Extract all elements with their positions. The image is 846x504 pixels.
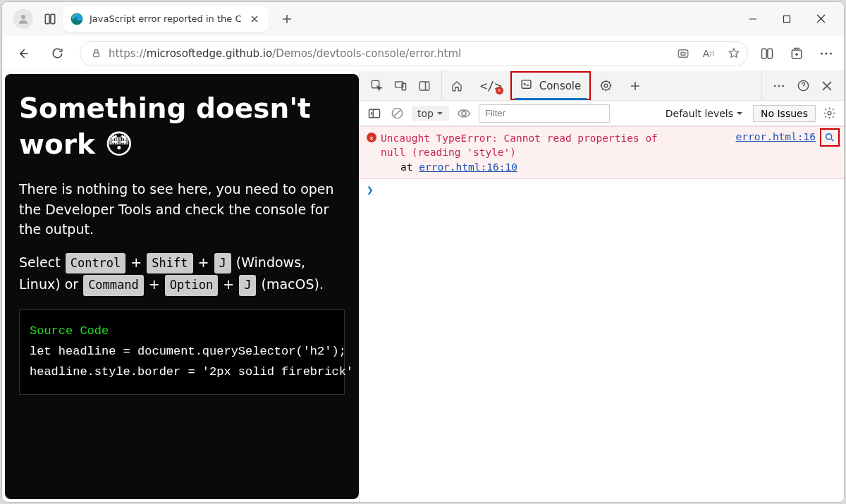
dock-side-icon[interactable]	[417, 79, 431, 93]
console-prompt[interactable]: ❯	[360, 179, 844, 201]
source-code-label: Source Code	[30, 321, 334, 342]
page-paragraph-2: Select Control + Shift + J (Windows, Lin…	[19, 252, 345, 297]
tab-welcome[interactable]	[442, 71, 472, 100]
refresh-button[interactable]	[46, 42, 68, 65]
toggle-sidebar-icon[interactable]	[367, 106, 382, 121]
tab-console-label: Console	[539, 80, 582, 92]
source-code-block: Source Code let headline = document.quer…	[19, 309, 345, 395]
error-message-text: Uncaught TypeError: Cannot read properti…	[381, 131, 658, 160]
kbd-j-2: J	[239, 275, 256, 296]
edge-favicon	[70, 12, 84, 26]
titlebar: JavaScript error reported in the C	[2, 2, 844, 36]
filter-input[interactable]	[479, 104, 610, 123]
tab-sources[interactable]	[591, 71, 621, 100]
devtools-tabs: </>× Console	[360, 71, 844, 101]
tab-console[interactable]: Console	[510, 71, 591, 100]
window-maximize-button[interactable]	[771, 6, 803, 32]
page-heading: Something doesn't work 😳	[19, 91, 345, 162]
kbd-shift: Shift	[147, 253, 192, 274]
elements-icon: </>×	[480, 79, 502, 93]
svg-rect-16	[402, 83, 406, 90]
svg-rect-18	[522, 80, 531, 88]
svg-rect-25	[369, 109, 380, 118]
svg-rect-6	[678, 49, 688, 57]
back-button[interactable]	[12, 42, 35, 65]
svg-point-12	[825, 52, 827, 54]
live-expression-icon[interactable]	[456, 106, 472, 121]
console-body: ✕ Uncaught TypeError: Cannot read proper…	[360, 126, 844, 502]
svg-point-28	[828, 111, 831, 115]
kbd-command: Command	[83, 275, 144, 296]
devtools-panel: </>× Console	[359, 71, 844, 502]
address-bar[interactable]: https://microsoftedge.github.io/Demos/de…	[80, 41, 748, 66]
stack-trace-link[interactable]: error.html:16:10	[419, 161, 517, 173]
error-indicator-icon: ×	[496, 87, 503, 94]
window-close-button[interactable]	[804, 6, 837, 32]
svg-point-22	[778, 85, 780, 87]
url-text: https://microsoftedge.github.io/Demos/de…	[109, 47, 670, 60]
devtools-more-icon[interactable]	[772, 79, 786, 93]
browser-window: JavaScript error reported in the C	[1, 1, 845, 503]
svg-rect-8	[762, 49, 767, 58]
favorites-star-icon[interactable]	[728, 47, 740, 60]
console-error-row: ✕ Uncaught TypeError: Cannot read proper…	[360, 126, 844, 179]
code-line-1: let headline = document.querySelector('h…	[30, 342, 334, 362]
kbd-control: Control	[66, 253, 126, 274]
error-stack: at error.html:16:10	[381, 161, 658, 173]
browser-tab[interactable]: JavaScript error reported in the C	[63, 6, 269, 32]
svg-point-27	[462, 111, 466, 116]
devtools-close-icon[interactable]	[820, 79, 834, 93]
tab-more[interactable]	[621, 71, 649, 100]
svg-point-13	[830, 52, 832, 54]
svg-point-20	[604, 84, 608, 87]
svg-rect-7	[681, 52, 685, 55]
new-tab-button[interactable]	[274, 6, 300, 32]
svg-rect-17	[419, 82, 429, 90]
tab-close-button[interactable]	[247, 12, 262, 26]
profile-avatar-button[interactable]	[13, 9, 33, 29]
page-paragraph-1: There is nothing to see here, you need t…	[19, 179, 345, 240]
error-source-link[interactable]: error.html:16	[736, 131, 816, 142]
window-minimize-button[interactable]	[737, 6, 769, 32]
page-content: Something doesn't work 😳 There is nothin…	[5, 74, 359, 499]
split-screen-icon[interactable]	[759, 46, 775, 61]
read-aloud-icon[interactable]: A⟩⟩	[702, 47, 715, 60]
svg-point-29	[826, 134, 832, 140]
clear-console-icon[interactable]	[389, 106, 405, 121]
svg-rect-4	[784, 16, 790, 22]
lock-icon	[90, 48, 102, 59]
console-toolbar: top Default levels No Issues	[360, 101, 844, 126]
code-line-2: headline.style.border = '2px solid fireb…	[30, 362, 334, 383]
tab-title: JavaScript error reported in the C	[90, 13, 242, 24]
console-icon	[520, 78, 532, 93]
svg-rect-1	[45, 14, 49, 23]
collections-icon[interactable]	[789, 46, 804, 61]
svg-rect-5	[93, 53, 99, 57]
svg-rect-2	[51, 14, 55, 23]
console-settings-icon[interactable]	[823, 106, 837, 121]
toolbar: https://microsoftedge.github.io/Demos/de…	[2, 36, 844, 71]
settings-menu-icon[interactable]	[819, 46, 834, 61]
svg-point-23	[783, 85, 785, 87]
no-issues-button[interactable]: No Issues	[753, 105, 816, 122]
device-toolbar-icon[interactable]	[393, 79, 407, 93]
tab-actions-button[interactable]	[43, 12, 57, 26]
tab-elements[interactable]: </>×	[472, 71, 510, 100]
help-icon[interactable]	[796, 79, 810, 93]
search-error-button[interactable]	[820, 128, 840, 147]
kbd-option: Option	[165, 275, 218, 296]
svg-point-11	[821, 52, 823, 54]
error-badge-icon: ✕	[367, 133, 376, 142]
svg-point-0	[21, 15, 25, 19]
log-levels-selector[interactable]: Default levels	[666, 108, 743, 119]
svg-point-21	[774, 85, 776, 87]
kbd-j: J	[214, 253, 231, 274]
context-selector[interactable]: top	[412, 106, 449, 121]
svg-rect-9	[768, 49, 773, 58]
inspect-element-icon[interactable]	[369, 79, 384, 93]
app-available-icon[interactable]	[677, 47, 689, 60]
